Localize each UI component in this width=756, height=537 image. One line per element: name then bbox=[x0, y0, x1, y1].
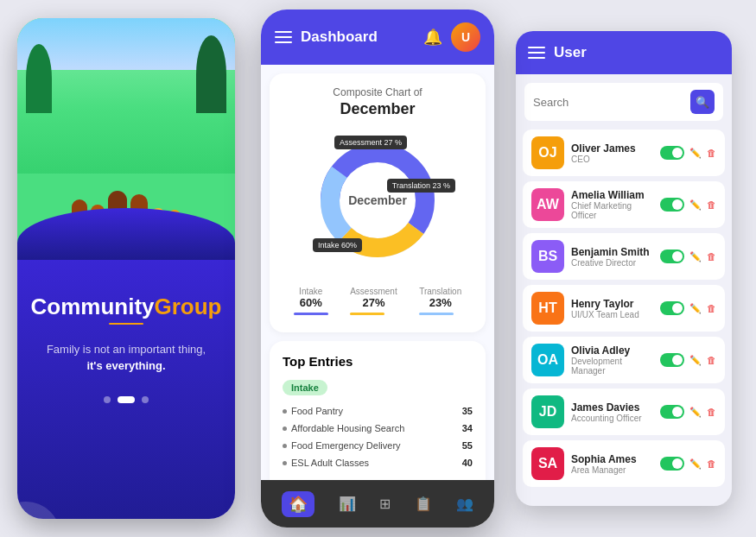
entries-title: Top Entries bbox=[283, 354, 473, 369]
delete-amelia[interactable]: 🗑 bbox=[707, 199, 716, 210]
user-avatar-henry: HT bbox=[531, 292, 564, 325]
user-avatar-amelia: AW bbox=[531, 188, 564, 221]
right-hamburger-icon[interactable] bbox=[528, 47, 545, 59]
chart-subtitle: Composite Chart of bbox=[283, 86, 473, 98]
legend-intake: Intake 60% bbox=[294, 287, 328, 315]
user-item-benjamin: BS Benjamin Smith Creative Director ✏️ 🗑 bbox=[523, 233, 725, 280]
user-avatar-olivia: OA bbox=[531, 344, 564, 376]
brand-name: CommunityGroup bbox=[31, 294, 222, 319]
tooltip-translation: Translation 23 % bbox=[387, 179, 455, 193]
user-avatar-oliver: OJ bbox=[531, 136, 564, 169]
donut-center-label: December bbox=[348, 193, 407, 207]
toggle-henry[interactable] bbox=[660, 301, 684, 315]
middle-content: Composite Chart of December bbox=[261, 65, 494, 483]
user-info-olivia: Olivia Adley Development Manager bbox=[571, 344, 653, 376]
middle-header: Dashboard 🔔 U bbox=[261, 9, 494, 65]
user-info-oliver: Oliver James CEO bbox=[571, 142, 653, 164]
search-input[interactable] bbox=[533, 96, 683, 109]
user-list: OJ Oliver James CEO ✏️ 🗑 AW Amelia Willi… bbox=[516, 130, 732, 506]
left-screen: CommunityGroup Family is not an importan… bbox=[17, 18, 235, 519]
tooltip-intake: Intake 60% bbox=[313, 238, 362, 252]
tagline: Family is not an important thing, it's e… bbox=[47, 341, 206, 375]
delete-olivia[interactable]: 🗑 bbox=[707, 355, 716, 365]
nav-grid[interactable]: ⊞ bbox=[379, 496, 391, 512]
dot-2 bbox=[118, 396, 135, 403]
edit-henry[interactable]: ✏️ bbox=[689, 303, 702, 314]
search-bar: 🔍 bbox=[524, 83, 723, 121]
intake-badge: Intake bbox=[283, 380, 327, 395]
edit-james[interactable]: ✏️ bbox=[689, 407, 702, 418]
bell-icon[interactable]: 🔔 bbox=[423, 28, 442, 47]
right-screen: User 🔍 OJ Oliver James CEO ✏️ 🗑 bbox=[516, 31, 732, 506]
user-item-henry: HT Henry Taylor UI/UX Team Lead ✏️ 🗑 bbox=[523, 285, 725, 332]
entry-food-pantry: Food Pantry 35 bbox=[283, 402, 473, 420]
pagination-dots bbox=[104, 396, 149, 403]
bottom-nav: 🏠 📊 ⊞ 📋 👥 bbox=[261, 480, 494, 528]
tooltip-assessment: Assessment 27 % bbox=[334, 136, 407, 149]
user-actions-james: ✏️ 🗑 bbox=[660, 405, 716, 419]
bottom-section: CommunityGroup Family is not an importan… bbox=[17, 243, 235, 519]
right-header: User bbox=[516, 31, 732, 74]
right-title: User bbox=[554, 44, 587, 61]
nav-chart[interactable]: 📊 bbox=[339, 496, 356, 512]
user-info-james: James Davies Accounting Officer bbox=[571, 401, 653, 423]
user-info-benjamin: Benjamin Smith Creative Director bbox=[571, 246, 653, 268]
user-item-sophia: SA Sophia Ames Area Manager ✏️ 🗑 bbox=[523, 440, 725, 487]
user-avatar-sophia: SA bbox=[531, 447, 564, 480]
entry-esl: ESL Adult Classes 40 bbox=[283, 454, 473, 471]
chart-month: December bbox=[283, 100, 473, 118]
user-item-olivia: OA Olivia Adley Development Manager ✏️ 🗑 bbox=[523, 337, 725, 383]
nav-home[interactable]: 🏠 bbox=[282, 491, 314, 517]
user-actions-henry: ✏️ 🗑 bbox=[660, 301, 716, 315]
edit-benjamin[interactable]: ✏️ bbox=[689, 251, 702, 262]
user-actions-benjamin: ✏️ 🗑 bbox=[660, 250, 716, 263]
user-item-amelia: AW Amelia William Chief Marketing Office… bbox=[523, 181, 725, 228]
edit-oliver[interactable]: ✏️ bbox=[689, 148, 702, 159]
search-button[interactable]: 🔍 bbox=[690, 90, 715, 114]
toggle-olivia[interactable] bbox=[660, 353, 684, 367]
delete-benjamin[interactable]: 🗑 bbox=[707, 251, 716, 262]
dot-1 bbox=[104, 396, 111, 403]
user-actions-oliver: ✏️ 🗑 bbox=[660, 146, 716, 160]
user-actions-olivia: ✏️ 🗑 bbox=[660, 353, 716, 367]
delete-oliver[interactable]: 🗑 bbox=[707, 148, 716, 158]
decorative-blob bbox=[17, 502, 60, 519]
toggle-sophia[interactable] bbox=[660, 457, 684, 471]
user-info-henry: Henry Taylor UI/UX Team Lead bbox=[571, 298, 653, 319]
user-avatar-benjamin: BS bbox=[531, 240, 564, 273]
edit-amelia[interactable]: ✏️ bbox=[689, 199, 702, 211]
toggle-oliver[interactable] bbox=[660, 146, 684, 160]
user-actions-sophia: ✏️ 🗑 bbox=[660, 457, 716, 471]
middle-screen: Dashboard 🔔 U Composite Chart of Decembe… bbox=[261, 9, 494, 528]
edit-olivia[interactable]: ✏️ bbox=[689, 355, 702, 366]
header-title: Dashboard bbox=[301, 28, 415, 46]
chart-legend: Intake 60% Assessment 27% Translation 23… bbox=[283, 282, 473, 319]
user-avatar-james: JD bbox=[531, 395, 564, 428]
legend-translation: Translation 23% bbox=[419, 287, 461, 315]
user-item-oliver: OJ Oliver James CEO ✏️ 🗑 bbox=[523, 130, 725, 176]
chart-section: Composite Chart of December bbox=[270, 73, 486, 332]
toggle-james[interactable] bbox=[660, 405, 684, 419]
delete-henry[interactable]: 🗑 bbox=[707, 303, 716, 313]
dot-3 bbox=[142, 396, 149, 403]
toggle-benjamin[interactable] bbox=[660, 250, 684, 263]
legend-assessment: Assessment 27% bbox=[350, 287, 397, 315]
user-info-amelia: Amelia William Chief Marketing Officer bbox=[571, 189, 653, 220]
delete-james[interactable]: 🗑 bbox=[707, 407, 716, 417]
donut-chart: December Assessment 27 % Translation 23 … bbox=[308, 131, 447, 269]
header-avatar[interactable]: U bbox=[451, 22, 480, 52]
delete-sophia[interactable]: 🗑 bbox=[707, 458, 716, 469]
nav-doc[interactable]: 📋 bbox=[415, 496, 432, 512]
hamburger-icon[interactable] bbox=[275, 31, 292, 43]
screens-container: CommunityGroup Family is not an importan… bbox=[0, 0, 756, 537]
entry-food-emergency: Food Emergency Delivery 55 bbox=[283, 437, 473, 454]
entries-section: Top Entries Intake Food Pantry 35 Afford… bbox=[270, 341, 486, 483]
user-item-james: JD James Davies Accounting Officer ✏️ 🗑 bbox=[523, 389, 725, 435]
user-info-sophia: Sophia Ames Area Manager bbox=[571, 453, 653, 475]
user-actions-amelia: ✏️ 🗑 bbox=[660, 198, 716, 212]
entry-housing: Affordable Housing Search 34 bbox=[283, 420, 473, 437]
toggle-amelia[interactable] bbox=[660, 198, 684, 212]
nav-users[interactable]: 👥 bbox=[456, 496, 473, 512]
edit-sophia[interactable]: ✏️ bbox=[689, 458, 702, 470]
